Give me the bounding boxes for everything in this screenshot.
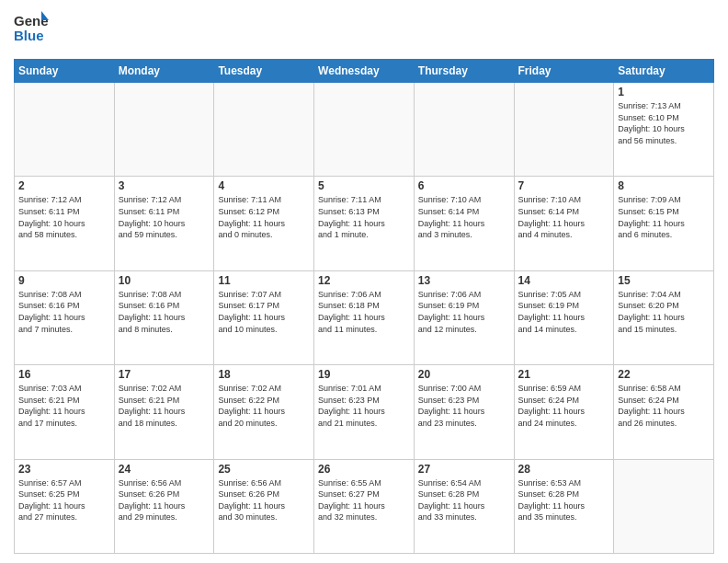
calendar-cell: 13Sunrise: 7:06 AM Sunset: 6:19 PM Dayli…: [414, 270, 514, 364]
calendar-cell: 22Sunrise: 6:58 AM Sunset: 6:24 PM Dayli…: [614, 365, 714, 459]
day-number: 24: [119, 463, 210, 476]
logo-icon: General Blue: [14, 9, 49, 48]
day-info: Sunrise: 7:11 AM Sunset: 6:12 PM Dayligh…: [218, 194, 310, 240]
day-info: Sunrise: 7:02 AM Sunset: 6:22 PM Dayligh…: [218, 383, 310, 429]
day-number: 12: [318, 274, 410, 287]
day-info: Sunrise: 7:07 AM Sunset: 6:17 PM Dayligh…: [218, 289, 310, 335]
calendar-cell: 16Sunrise: 7:03 AM Sunset: 6:21 PM Dayli…: [15, 365, 115, 459]
calendar-cell: [214, 83, 314, 177]
calendar-cell: 25Sunrise: 6:56 AM Sunset: 6:26 PM Dayli…: [214, 459, 314, 553]
day-info: Sunrise: 7:08 AM Sunset: 6:16 PM Dayligh…: [18, 289, 110, 335]
day-number: 16: [18, 368, 110, 381]
day-number: 10: [119, 274, 210, 287]
calendar-cell: 10Sunrise: 7:08 AM Sunset: 6:16 PM Dayli…: [114, 270, 214, 364]
calendar-cell: [414, 83, 514, 177]
weekday-header-row: SundayMondayTuesdayWednesdayThursdayFrid…: [15, 60, 714, 83]
calendar-cell: 3Sunrise: 7:12 AM Sunset: 6:11 PM Daylig…: [114, 177, 214, 270]
calendar-cell: 15Sunrise: 7:04 AM Sunset: 6:20 PM Dayli…: [614, 270, 714, 364]
calendar-cell: [15, 83, 115, 177]
day-number: 8: [618, 179, 710, 192]
day-info: Sunrise: 7:03 AM Sunset: 6:21 PM Dayligh…: [18, 383, 110, 429]
calendar-cell: 1Sunrise: 7:13 AM Sunset: 6:10 PM Daylig…: [614, 83, 714, 177]
day-info: Sunrise: 7:12 AM Sunset: 6:11 PM Dayligh…: [18, 194, 110, 240]
day-number: 26: [318, 463, 410, 476]
calendar-cell: 8Sunrise: 7:09 AM Sunset: 6:15 PM Daylig…: [614, 177, 714, 270]
day-number: 22: [618, 368, 710, 381]
day-info: Sunrise: 7:12 AM Sunset: 6:11 PM Dayligh…: [119, 194, 210, 240]
calendar-cell: [614, 459, 714, 553]
weekday-thursday: Thursday: [414, 60, 514, 83]
day-number: 14: [518, 274, 610, 287]
day-info: Sunrise: 7:04 AM Sunset: 6:20 PM Dayligh…: [618, 289, 710, 335]
day-info: Sunrise: 7:13 AM Sunset: 6:10 PM Dayligh…: [618, 100, 710, 146]
calendar-cell: 27Sunrise: 6:54 AM Sunset: 6:28 PM Dayli…: [414, 459, 514, 553]
week-row-3: 16Sunrise: 7:03 AM Sunset: 6:21 PM Dayli…: [15, 365, 714, 459]
day-number: 18: [218, 368, 310, 381]
week-row-4: 23Sunrise: 6:57 AM Sunset: 6:25 PM Dayli…: [15, 459, 714, 553]
day-info: Sunrise: 7:11 AM Sunset: 6:13 PM Dayligh…: [318, 194, 410, 240]
page: General Blue SundayMondayTuesdayWednesda…: [0, 0, 728, 563]
calendar-cell: 20Sunrise: 7:00 AM Sunset: 6:23 PM Dayli…: [414, 365, 514, 459]
week-row-2: 9Sunrise: 7:08 AM Sunset: 6:16 PM Daylig…: [15, 270, 714, 364]
day-number: 15: [618, 274, 710, 287]
day-number: 6: [418, 179, 510, 192]
day-number: 2: [18, 179, 110, 192]
day-info: Sunrise: 6:53 AM Sunset: 6:28 PM Dayligh…: [518, 477, 610, 523]
day-info: Sunrise: 7:02 AM Sunset: 6:21 PM Dayligh…: [119, 383, 210, 429]
day-info: Sunrise: 7:10 AM Sunset: 6:14 PM Dayligh…: [418, 194, 510, 240]
calendar-cell: 6Sunrise: 7:10 AM Sunset: 6:14 PM Daylig…: [414, 177, 514, 270]
day-number: 19: [318, 368, 410, 381]
day-info: Sunrise: 6:59 AM Sunset: 6:24 PM Dayligh…: [518, 383, 610, 429]
day-info: Sunrise: 7:06 AM Sunset: 6:19 PM Dayligh…: [418, 289, 510, 335]
header: General Blue: [14, 9, 714, 52]
day-number: 3: [119, 179, 210, 192]
weekday-friday: Friday: [514, 60, 614, 83]
calendar-cell: 5Sunrise: 7:11 AM Sunset: 6:13 PM Daylig…: [314, 177, 415, 270]
week-row-1: 2Sunrise: 7:12 AM Sunset: 6:11 PM Daylig…: [15, 177, 714, 270]
day-info: Sunrise: 6:54 AM Sunset: 6:28 PM Dayligh…: [418, 477, 510, 523]
day-info: Sunrise: 6:55 AM Sunset: 6:27 PM Dayligh…: [318, 477, 410, 523]
calendar: SundayMondayTuesdayWednesdayThursdayFrid…: [14, 59, 714, 554]
calendar-cell: 23Sunrise: 6:57 AM Sunset: 6:25 PM Dayli…: [15, 459, 115, 553]
day-info: Sunrise: 7:08 AM Sunset: 6:16 PM Dayligh…: [119, 289, 210, 335]
day-number: 9: [18, 274, 110, 287]
week-row-0: 1Sunrise: 7:13 AM Sunset: 6:10 PM Daylig…: [15, 83, 714, 177]
calendar-cell: 19Sunrise: 7:01 AM Sunset: 6:23 PM Dayli…: [314, 365, 415, 459]
weekday-tuesday: Tuesday: [214, 60, 314, 83]
calendar-cell: 24Sunrise: 6:56 AM Sunset: 6:26 PM Dayli…: [114, 459, 214, 553]
day-number: 7: [518, 179, 610, 192]
calendar-cell: 18Sunrise: 7:02 AM Sunset: 6:22 PM Dayli…: [214, 365, 314, 459]
day-info: Sunrise: 6:56 AM Sunset: 6:26 PM Dayligh…: [218, 477, 310, 523]
calendar-cell: [114, 83, 214, 177]
calendar-cell: 12Sunrise: 7:06 AM Sunset: 6:18 PM Dayli…: [314, 270, 415, 364]
logo: General Blue: [14, 9, 49, 52]
day-info: Sunrise: 7:09 AM Sunset: 6:15 PM Dayligh…: [618, 194, 710, 240]
weekday-sunday: Sunday: [15, 60, 115, 83]
day-number: 5: [318, 179, 410, 192]
calendar-cell: 17Sunrise: 7:02 AM Sunset: 6:21 PM Dayli…: [114, 365, 214, 459]
day-number: 4: [218, 179, 310, 192]
day-info: Sunrise: 7:05 AM Sunset: 6:19 PM Dayligh…: [518, 289, 610, 335]
calendar-cell: 14Sunrise: 7:05 AM Sunset: 6:19 PM Dayli…: [514, 270, 614, 364]
calendar-cell: [314, 83, 415, 177]
calendar-cell: 4Sunrise: 7:11 AM Sunset: 6:12 PM Daylig…: [214, 177, 314, 270]
calendar-cell: 11Sunrise: 7:07 AM Sunset: 6:17 PM Dayli…: [214, 270, 314, 364]
calendar-cell: 7Sunrise: 7:10 AM Sunset: 6:14 PM Daylig…: [514, 177, 614, 270]
day-number: 17: [119, 368, 210, 381]
calendar-cell: 28Sunrise: 6:53 AM Sunset: 6:28 PM Dayli…: [514, 459, 614, 553]
svg-text:Blue: Blue: [14, 28, 44, 43]
weekday-wednesday: Wednesday: [314, 60, 415, 83]
calendar-cell: 9Sunrise: 7:08 AM Sunset: 6:16 PM Daylig…: [15, 270, 115, 364]
weekday-monday: Monday: [114, 60, 214, 83]
day-number: 21: [518, 368, 610, 381]
day-info: Sunrise: 6:57 AM Sunset: 6:25 PM Dayligh…: [18, 477, 110, 523]
day-info: Sunrise: 6:56 AM Sunset: 6:26 PM Dayligh…: [119, 477, 210, 523]
day-number: 25: [218, 463, 310, 476]
day-number: 23: [18, 463, 110, 476]
day-number: 13: [418, 274, 510, 287]
calendar-cell: [514, 83, 614, 177]
calendar-cell: 2Sunrise: 7:12 AM Sunset: 6:11 PM Daylig…: [15, 177, 115, 270]
day-number: 27: [418, 463, 510, 476]
day-info: Sunrise: 7:00 AM Sunset: 6:23 PM Dayligh…: [418, 383, 510, 429]
calendar-cell: 21Sunrise: 6:59 AM Sunset: 6:24 PM Dayli…: [514, 365, 614, 459]
